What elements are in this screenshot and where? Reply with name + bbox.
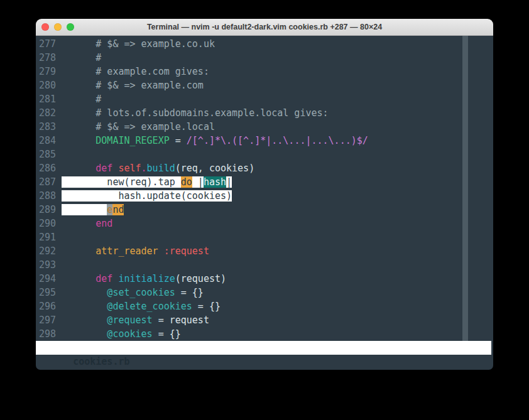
close-button[interactable] xyxy=(41,23,49,31)
code-segment xyxy=(62,66,95,77)
code-line[interactable]: 281 # xyxy=(39,92,493,106)
code-line[interactable]: 287 new(req).tap do |hash| xyxy=(39,175,493,189)
code-segment: self xyxy=(118,163,141,174)
code-segment xyxy=(62,52,95,63)
line-number: 297 xyxy=(39,313,62,327)
window-title: Terminal — nvim -u default2-dark.vim coo… xyxy=(147,23,382,31)
code-segment: :request xyxy=(164,245,209,257)
code-line[interactable]: 282 # lots.of.subdomains.example.local g… xyxy=(39,106,493,120)
line-number: 287 xyxy=(39,175,62,189)
code-segment: @cookies xyxy=(107,328,152,340)
code-line[interactable]: 294 def initialize(request) xyxy=(39,272,493,286)
code-line[interactable]: 285 xyxy=(39,148,493,161)
vim-modeline: -- VISUAL LINE -- xyxy=(39,355,493,369)
code-segment: = xyxy=(170,135,187,146)
line-number: 285 xyxy=(39,148,62,161)
minimize-button[interactable] xyxy=(54,23,62,31)
code-segment: . xyxy=(141,163,147,174)
line-number: 293 xyxy=(39,258,62,272)
line-number: 283 xyxy=(39,120,62,134)
code-line[interactable]: 283 # $& => example.local xyxy=(39,120,493,134)
code-line[interactable]: 289 end xyxy=(39,203,493,217)
line-number: 298 xyxy=(39,327,62,341)
code-line[interactable]: 296 @delete_cookies = {} xyxy=(39,299,493,313)
code-segment xyxy=(62,204,107,215)
code-segment: # $& => example.com xyxy=(95,80,204,91)
code-segment xyxy=(62,94,95,105)
line-number: 296 xyxy=(39,299,62,313)
code-segment: # lots.of.subdomains.example.local gives… xyxy=(95,107,328,119)
code-segment: end xyxy=(95,218,112,229)
code-line[interactable]: 297 @request = request xyxy=(39,313,493,327)
code-segment: def xyxy=(95,163,112,174)
code-segment xyxy=(62,163,95,174)
line-number: 279 xyxy=(39,65,62,78)
code-line[interactable]: 277 # $& => example.co.uk xyxy=(39,37,493,51)
line-number: 292 xyxy=(39,244,62,258)
code-segment xyxy=(158,245,164,257)
line-number: 277 xyxy=(39,37,62,51)
code-segment xyxy=(62,287,107,298)
line-number: 278 xyxy=(39,51,62,65)
line-number: 289 xyxy=(39,203,62,217)
code-line[interactable]: 295 @set_cookies = {} xyxy=(39,286,493,299)
code-line[interactable]: 279 # example.com gives: xyxy=(39,65,493,78)
code-segment xyxy=(62,245,95,257)
code-segment: (req, cookies) xyxy=(175,163,254,174)
code-line[interactable]: 291 xyxy=(39,230,493,244)
code-segment: = {} xyxy=(153,328,181,340)
code-line[interactable]: 288 hash.update(cookies) xyxy=(39,189,493,203)
code-line[interactable]: 284 DOMAIN_REGEXP = /[^.]*\.([^.]*|..\..… xyxy=(39,134,493,148)
code-segment xyxy=(62,315,107,326)
code-line[interactable]: 278 # xyxy=(39,51,493,65)
code-segment: | xyxy=(192,176,204,188)
line-number: 295 xyxy=(39,286,62,299)
code-segment: = request xyxy=(153,315,209,326)
line-number: 286 xyxy=(39,161,62,175)
code-segment xyxy=(62,218,95,229)
line-number: 281 xyxy=(39,92,62,106)
line-number: 284 xyxy=(39,134,62,148)
code-segment: # example.com gives: xyxy=(95,66,209,77)
code-segment xyxy=(62,121,95,132)
code-line[interactable]: 292 attr_reader :request xyxy=(39,244,493,258)
line-number: 288 xyxy=(39,189,62,203)
code-segment: = {} xyxy=(175,287,204,298)
code-segment: hash.update(cookies) xyxy=(62,190,232,202)
code-segment: nd xyxy=(112,204,124,215)
code-line[interactable]: 293 xyxy=(39,258,493,272)
code-segment: attr_reader xyxy=(95,245,158,257)
code-line[interactable]: 298 @cookies = {} xyxy=(39,327,493,341)
zoom-button[interactable] xyxy=(67,23,74,31)
code-segment xyxy=(62,38,95,50)
code-area: 277 # $& => example.co.uk278 #279 # exam… xyxy=(39,37,493,341)
code-line[interactable]: 290 end xyxy=(39,217,493,230)
terminal-window: Terminal — nvim -u default2-dark.vim coo… xyxy=(36,19,493,370)
code-segment: @request xyxy=(107,315,152,326)
code-segment: initialize xyxy=(118,273,175,284)
code-segment: DOMAIN_REGEXP xyxy=(95,135,169,146)
window-titlebar[interactable]: Terminal — nvim -u default2-dark.vim coo… xyxy=(36,19,493,36)
line-number: 280 xyxy=(39,78,62,92)
line-number: 294 xyxy=(39,272,62,286)
window-controls xyxy=(41,23,74,31)
code-segment: | xyxy=(226,176,232,188)
code-segment: @set_cookies xyxy=(107,287,175,298)
code-segment: # $& => example.local xyxy=(95,121,215,132)
code-segment xyxy=(62,328,107,340)
code-segment: = {} xyxy=(192,301,221,312)
code-line[interactable]: 280 # $& => example.com xyxy=(39,78,493,92)
code-segment: (request) xyxy=(175,273,226,284)
code-segment xyxy=(62,301,107,312)
line-number: 282 xyxy=(39,106,62,120)
code-line[interactable]: 286 def self.build(req, cookies) xyxy=(39,161,493,175)
code-segment: # xyxy=(95,94,101,105)
code-segment: hash xyxy=(204,176,226,188)
code-segment: build xyxy=(147,163,175,174)
code-segment: /[^.]*\.([^.]*|..\...|...\...)$/ xyxy=(187,135,368,146)
code-segment: # xyxy=(95,52,101,63)
terminal-screen[interactable]: 277 # $& => example.co.uk278 #279 # exam… xyxy=(36,36,493,370)
code-segment xyxy=(62,273,95,284)
code-segment: # $& => example.co.uk xyxy=(95,38,215,50)
line-number: 290 xyxy=(39,217,62,230)
